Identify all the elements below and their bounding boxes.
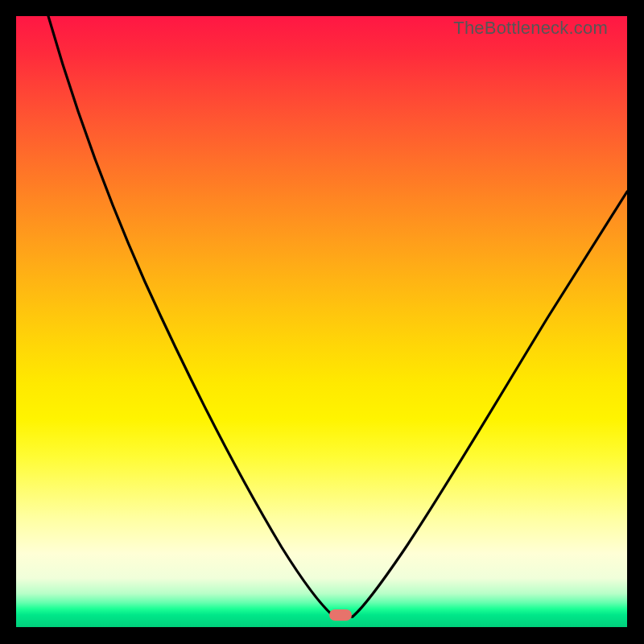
plot-area: TheBottleneck.com [16,16,627,627]
curve-left [48,16,334,617]
chart-container: TheBottleneck.com [0,0,644,644]
minimum-marker [329,609,352,621]
curve-right [353,192,627,617]
bottleneck-curve [16,16,627,627]
